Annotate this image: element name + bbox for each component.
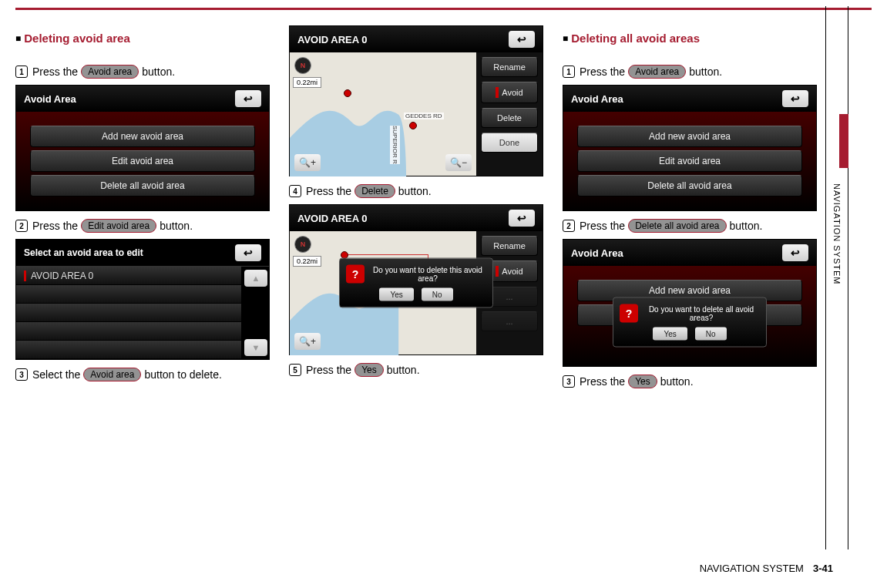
btn-delete-all-avoid-area[interactable]: Delete all avoid area	[30, 175, 255, 197]
square-bullet-icon: ■	[563, 33, 568, 44]
scale-label: 0.22mi	[293, 256, 321, 267]
step-1: 1 Press the Avoid area button.	[563, 65, 817, 79]
dialog-text: Do you want to delete this avoid area?	[369, 265, 486, 282]
pill-yes: Yes	[628, 375, 657, 388]
list-item[interactable]	[16, 341, 241, 359]
step-text-pre: Press the	[580, 220, 625, 232]
step-5: 5 Press the Yes button.	[289, 363, 543, 377]
back-button[interactable]: ↩	[509, 210, 535, 227]
step-text-pre: Press the	[580, 66, 625, 78]
heading-deleting-avoid-area: ■ Deleting avoid area	[15, 32, 270, 45]
step-number-2: 2	[15, 220, 28, 232]
square-bullet-icon: ■	[15, 33, 21, 44]
step-text-pre: Press the	[32, 66, 78, 78]
scroll-down-button[interactable]: ▼	[244, 339, 267, 356]
step-text-pre: Press the	[306, 364, 351, 376]
dialog-no-button[interactable]: No	[695, 327, 727, 340]
rename-button[interactable]: Rename	[481, 236, 538, 256]
step-text-post: button.	[160, 220, 193, 232]
step-text-pre: Select the	[32, 368, 80, 381]
compass-icon[interactable]: N	[294, 57, 311, 74]
ui-title: Avoid Area	[571, 93, 623, 105]
tab-marker	[839, 114, 848, 168]
screenshot-avoid-area-menu: Avoid Area ↩ Add new avoid area Edit avo…	[15, 85, 270, 211]
list-item[interactable]	[16, 322, 241, 341]
heading-text: Deleting avoid area	[24, 32, 130, 45]
road-label: SUPERIOR R	[390, 126, 400, 164]
avoid-label: Avoid	[502, 88, 522, 97]
question-icon: ?	[346, 264, 365, 283]
screenshot-avoid-area-menu-2: Avoid Area ↩ Add new avoid area Edit avo…	[563, 85, 817, 211]
footer-section: NAVIGATION SYSTEM	[700, 563, 804, 574]
rename-button[interactable]: Rename	[481, 57, 538, 77]
screenshot-select-avoid-area: Select an avoid area to edit ↩ AVOID ARE…	[15, 239, 270, 360]
screenshot-map-delete-dialog: AVOID AREA 0 ↩ GEDDES RD N 0.22mi 🔍+ Ren…	[289, 204, 543, 355]
map-marker-icon	[409, 122, 417, 129]
list-item[interactable]: AVOID AREA 0	[16, 267, 241, 285]
zoom-in-button[interactable]: 🔍+	[294, 154, 321, 171]
btn-add-new-avoid-area[interactable]: Add new avoid area	[577, 126, 802, 147]
step-number-3: 3	[15, 368, 28, 381]
step-text-post: button.	[689, 66, 722, 78]
step-number-5: 5	[289, 364, 301, 376]
done-button[interactable]: Done	[481, 133, 538, 153]
road-label: GEDDES RD	[404, 113, 444, 119]
back-button[interactable]: ↩	[235, 90, 261, 107]
dialog-no-button[interactable]: No	[422, 287, 453, 301]
avoid-label: Avoid	[502, 267, 522, 276]
delete-dialog: ? Do you want to delete this avoid area?…	[339, 257, 493, 307]
ui-header: AVOID AREA 0 ↩	[290, 26, 543, 52]
step-number-1: 1	[563, 66, 575, 78]
question-icon: ?	[620, 304, 638, 322]
heading-text: Deleting all avoid areas	[571, 32, 700, 45]
ui-title: AVOID AREA 0	[297, 213, 368, 224]
ui-title: AVOID AREA 0	[297, 34, 368, 45]
ui-body: Add new avoid area Edit avoid area Delet…	[563, 112, 816, 210]
list-rows: AVOID AREA 0	[16, 267, 241, 359]
back-button[interactable]: ↩	[509, 31, 535, 48]
btn-add-new-avoid-area[interactable]: Add new avoid area	[30, 126, 255, 147]
dialog-yes-button[interactable]: Yes	[379, 287, 413, 301]
avoid-button[interactable]: Avoid	[481, 82, 538, 103]
ui-header: AVOID AREA 0 ↩	[290, 205, 543, 231]
dialog-yes-button[interactable]: Yes	[653, 327, 687, 340]
pill-avoid-area: Avoid area	[81, 65, 139, 79]
scale-label: 0.22mi	[293, 77, 321, 88]
side-tab-label: NAVIGATION SYSTEM	[832, 183, 842, 285]
btn-edit-avoid-area[interactable]: Edit avoid area	[577, 150, 802, 172]
hidden-button: ...	[481, 311, 538, 331]
scroll-up-button[interactable]: ▲	[244, 270, 267, 287]
list-item[interactable]	[16, 285, 241, 304]
list-label: AVOID AREA 0	[31, 270, 93, 281]
list-wrap: AVOID AREA 0 ▲ ▼	[16, 267, 269, 359]
pill-avoid-area: Avoid area	[83, 368, 141, 381]
footer-page: 3-41	[813, 563, 833, 574]
step-4: 4 Press the Delete button.	[289, 184, 543, 198]
column-1: ■ Deleting avoid area 1 Press the Avoid …	[15, 25, 270, 395]
column-2: AVOID AREA 0 ↩ GEDDES RD SUPERIOR R N 0.…	[289, 25, 543, 395]
marker-icon	[24, 270, 26, 281]
ui-body: Add new avoid area Edit avoid area Delet…	[16, 112, 269, 210]
step-number-1: 1	[15, 66, 28, 78]
map-marker-icon	[344, 89, 351, 97]
pill-delete-all-avoid-area: Delete all avoid area	[628, 219, 726, 233]
delete-button[interactable]: Delete	[481, 108, 538, 128]
step-3: 3 Select the Avoid area button to delete…	[15, 368, 270, 381]
zoom-out-button[interactable]: 🔍−	[445, 154, 472, 171]
btn-edit-avoid-area[interactable]: Edit avoid area	[30, 150, 255, 172]
map-canvas[interactable]: GEDDES RD SUPERIOR R N 0.22mi 🔍+ 🔍−	[290, 52, 476, 176]
compass-icon[interactable]: N	[294, 236, 311, 253]
ui-title: Avoid Area	[571, 247, 623, 259]
btn-delete-all-avoid-area[interactable]: Delete all avoid area	[577, 175, 802, 197]
step-3: 3 Press the Yes button.	[563, 375, 817, 388]
back-button[interactable]: ↩	[235, 244, 261, 261]
back-button[interactable]: ↩	[782, 90, 808, 107]
step-text-post: button.	[398, 185, 432, 197]
zoom-in-button[interactable]: 🔍+	[294, 333, 321, 350]
screenshot-map-avoid-area-0: AVOID AREA 0 ↩ GEDDES RD SUPERIOR R N 0.…	[289, 25, 543, 176]
ui-title: Select an avoid area to edit	[24, 247, 143, 258]
list-item[interactable]	[16, 304, 241, 322]
map-wrap: GEDDES RD SUPERIOR R N 0.22mi 🔍+ 🔍− Rena…	[290, 52, 543, 176]
back-button[interactable]: ↩	[782, 244, 808, 261]
ui-header: Avoid Area ↩	[563, 240, 816, 266]
